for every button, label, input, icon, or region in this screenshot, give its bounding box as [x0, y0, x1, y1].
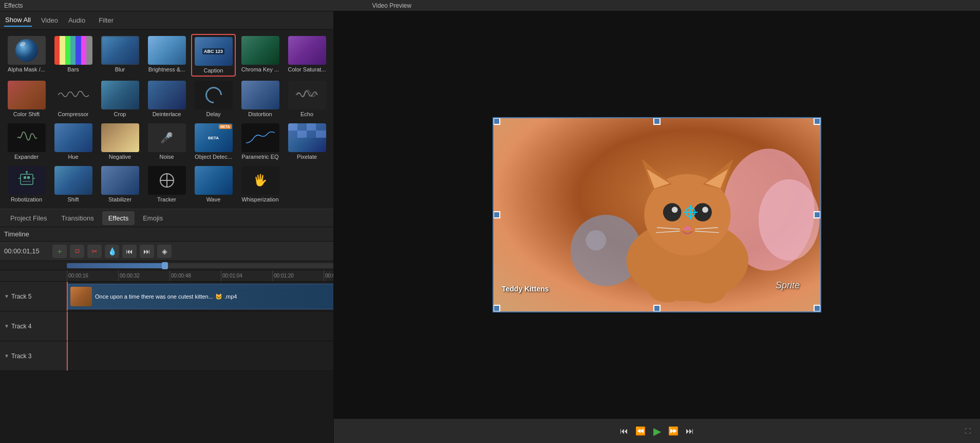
- effect-label-expander: Expander: [14, 154, 39, 160]
- ruler-mark-0: 00:00:16: [67, 270, 118, 282]
- effect-object-detect[interactable]: BETA BETA Object Detec...: [191, 121, 236, 162]
- tab-effects[interactable]: Effects: [102, 211, 135, 225]
- frame-handle-mr[interactable]: [814, 211, 821, 218]
- tab-show-all[interactable]: Show All: [4, 14, 32, 27]
- align-tool[interactable]: ◈: [157, 245, 172, 258]
- play-button[interactable]: ▶: [649, 423, 665, 439]
- fast-forward-button[interactable]: ⏩: [665, 423, 682, 439]
- cut-tool[interactable]: ✂: [87, 245, 102, 258]
- track5-content: Once upon a time there was one cutest ki…: [67, 282, 333, 311]
- frame-handle-tl[interactable]: [493, 118, 500, 125]
- effect-thumb-noise: 🎤: [148, 123, 186, 152]
- timeline-title: Timeline: [4, 230, 29, 238]
- main-layout: Show All Video Audio Filter Alpha Mask /…: [0, 11, 980, 443]
- delay-arrow-icon: [202, 83, 225, 106]
- tab-video[interactable]: Video: [40, 14, 59, 26]
- effect-thumb-object-detect: BETA BETA: [195, 123, 233, 152]
- skip-back-button[interactable]: ⏮: [616, 423, 632, 439]
- kitten-illustration: [494, 118, 820, 311]
- add-tool[interactable]: +: [52, 245, 67, 258]
- effect-label-delay: Delay: [206, 111, 220, 117]
- effects-panel-title: Effects: [4, 2, 23, 9]
- frame-handle-ml[interactable]: [493, 211, 500, 218]
- effect-label-compressor: Compressor: [58, 111, 89, 117]
- effect-compressor[interactable]: Compressor: [51, 79, 96, 119]
- video-kitten-label: Teddy Kittens: [502, 285, 549, 293]
- effect-label-brightness: Brightness &...: [148, 66, 185, 72]
- playback-area: ⏮ ⏪ ▶ ⏩ ⏭ ⛶: [334, 423, 980, 439]
- effect-noise[interactable]: 🎤 Noise: [144, 121, 189, 162]
- effect-blur[interactable]: Blur: [98, 34, 142, 77]
- track4-collapse-arrow[interactable]: ▼: [4, 323, 9, 329]
- effect-label-blur: Blur: [115, 66, 125, 72]
- to-start-tool[interactable]: ⏮: [122, 245, 137, 258]
- effect-chroma-key[interactable]: Chroma Key ...: [238, 34, 282, 77]
- effect-brightness[interactable]: Brightness &...: [144, 34, 189, 77]
- frame-handle-bl[interactable]: [493, 305, 500, 312]
- effect-deinterlace[interactable]: Deinterlace: [144, 79, 189, 119]
- effect-bars[interactable]: Bars: [51, 34, 96, 77]
- track3-collapse-arrow[interactable]: ▼: [4, 353, 9, 359]
- effect-label-noise: Noise: [159, 154, 174, 160]
- effect-label-color-shift: Color Shift: [13, 111, 40, 117]
- track-label-3[interactable]: ▼ Track 3: [0, 341, 67, 371]
- track4-content: [67, 311, 333, 341]
- effect-color-sat[interactable]: Color Saturat...: [285, 34, 329, 77]
- tab-transitions[interactable]: Transitions: [55, 211, 100, 225]
- track-label-4[interactable]: ▼ Track 4: [0, 311, 67, 341]
- fullscreen-button[interactable]: ⛶: [962, 425, 974, 437]
- effect-caption[interactable]: ABC 123 Caption: [191, 34, 236, 77]
- effect-tracker[interactable]: Tracker: [144, 164, 189, 205]
- tab-project-files[interactable]: Project Files: [4, 211, 53, 225]
- effect-crop[interactable]: Crop: [98, 79, 142, 119]
- robotization-icon: [16, 171, 37, 190]
- effect-parametric-eq[interactable]: Parametric EQ: [238, 121, 282, 162]
- track-label-5[interactable]: ▼ Track 5: [0, 282, 67, 311]
- tab-emojis[interactable]: Emojis: [137, 211, 169, 225]
- effect-label-alpha-mask: Alpha Mask /...: [8, 66, 45, 72]
- effect-shift[interactable]: Shift: [51, 164, 96, 205]
- track5-clip[interactable]: Once upon a time there was one cutest ki…: [67, 284, 333, 309]
- effect-label-negative: Negative: [109, 154, 131, 160]
- svg-point-36: [690, 281, 725, 304]
- ruler-mark-4: 00:01:20: [272, 270, 324, 282]
- effect-label-crop: Crop: [114, 111, 126, 117]
- water-tool[interactable]: 💧: [105, 245, 119, 258]
- track5-collapse-arrow[interactable]: ▼: [4, 293, 9, 299]
- to-end-tool[interactable]: ⏭: [140, 245, 154, 258]
- skip-forward-button[interactable]: ⏭: [682, 423, 698, 439]
- effect-negative[interactable]: Negative: [98, 121, 142, 162]
- effect-thumb-parametric-eq: [241, 123, 279, 152]
- effect-whisperization[interactable]: 🖐 Whisperization: [238, 164, 282, 205]
- tracker-target-icon: [160, 173, 174, 188]
- effect-thumb-delay: [195, 81, 233, 109]
- effect-distortion[interactable]: Distortion: [238, 79, 282, 119]
- progress-bar-handle[interactable]: [162, 262, 168, 269]
- effect-delay[interactable]: Delay: [191, 79, 236, 119]
- frame-handle-mt[interactable]: [653, 118, 661, 125]
- effect-robotization[interactable]: Robotization: [4, 164, 49, 205]
- timeline-header: Timeline: [0, 227, 333, 242]
- effect-stabilizer[interactable]: Stabilizer: [98, 164, 142, 205]
- frame-handle-br[interactable]: [814, 305, 821, 312]
- effect-expander[interactable]: Expander: [4, 121, 49, 162]
- timeline-ruler: 00:00:16 00:00:32 00:00:48 00:01:04 00:0…: [0, 270, 333, 282]
- tracks-area: ▼ Track 5 Once upon a time there was one…: [0, 282, 333, 371]
- effect-echo[interactable]: Echo: [285, 79, 329, 119]
- effect-alpha-mask[interactable]: Alpha Mask /...: [4, 34, 49, 77]
- tab-audio[interactable]: Audio: [67, 14, 86, 26]
- svg-point-19: [586, 230, 606, 251]
- timeline-current-time: 00:00:01,15: [4, 247, 45, 255]
- effect-hue[interactable]: Hue: [51, 121, 96, 162]
- effect-color-shift[interactable]: Color Shift: [4, 79, 49, 119]
- frame-handle-mb[interactable]: [653, 305, 661, 312]
- playback-controls: ⏮ ⏪ ▶ ⏩ ⏭ ⛶: [334, 418, 980, 443]
- effect-pixelate[interactable]: Pixelate: [285, 121, 329, 162]
- timeline-progress-bar-area[interactable]: [0, 261, 333, 270]
- ripple-tool[interactable]: ⊡: [70, 245, 84, 258]
- frame-handle-tr[interactable]: [814, 118, 821, 125]
- tab-filter[interactable]: Filter: [99, 16, 114, 24]
- effect-wave[interactable]: Wave: [191, 164, 236, 205]
- rewind-button[interactable]: ⏪: [632, 423, 649, 439]
- expander-icon: [15, 130, 38, 146]
